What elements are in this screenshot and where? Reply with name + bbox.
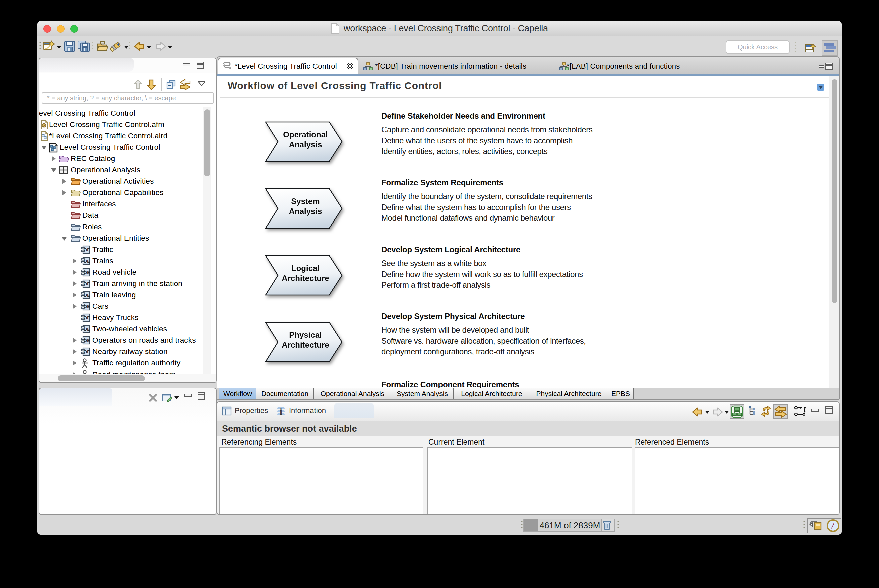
svg-text:OE: OE	[84, 281, 90, 286]
svg-text:OE: OE	[84, 259, 90, 264]
svg-text:OE: OE	[84, 270, 90, 275]
svg-text:OE: OE	[84, 304, 90, 309]
svg-text:OE: OE	[84, 292, 90, 298]
svg-text:OE: OE	[84, 247, 90, 252]
svg-text:OE: OE	[84, 327, 90, 332]
svg-text:i: i	[280, 406, 282, 416]
svg-text:OE: OE	[84, 338, 90, 343]
svg-text:OE: OE	[84, 350, 90, 354]
svg-text:OE: OE	[84, 315, 90, 320]
